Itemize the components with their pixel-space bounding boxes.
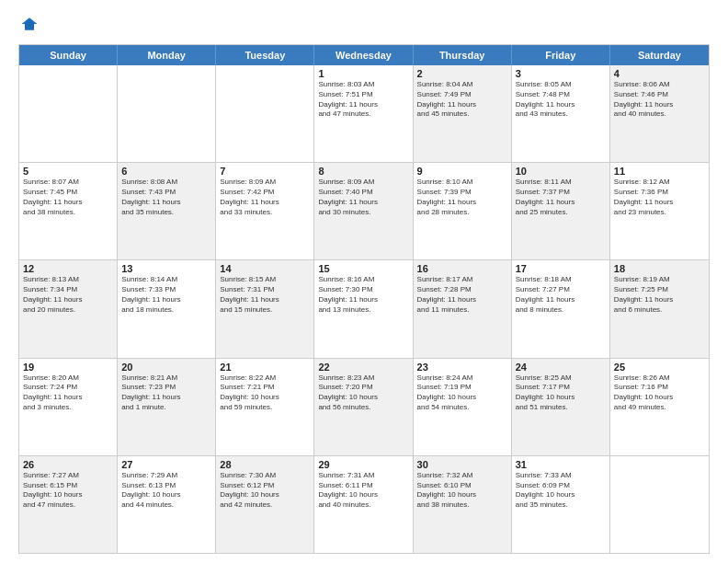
- day-number: 22: [318, 362, 408, 373]
- day-cell-31: 31Sunrise: 7:33 AM Sunset: 6:09 PM Dayli…: [512, 456, 610, 553]
- day-number: 3: [516, 68, 606, 79]
- day-info: Sunrise: 8:09 AM Sunset: 7:42 PM Dayligh…: [220, 178, 310, 217]
- empty-cell-r0c2: [216, 65, 314, 162]
- day-cell-14: 14Sunrise: 8:15 AM Sunset: 7:31 PM Dayli…: [216, 260, 314, 357]
- day-number: 1: [318, 68, 408, 79]
- logo-icon: [20, 15, 39, 33]
- calendar-row-0: 1Sunrise: 8:03 AM Sunset: 7:51 PM Daylig…: [19, 65, 709, 163]
- day-number: 25: [614, 362, 705, 373]
- day-number: 28: [220, 459, 310, 470]
- day-info: Sunrise: 8:21 AM Sunset: 7:23 PM Dayligh…: [121, 373, 211, 413]
- day-cell-12: 12Sunrise: 8:13 AM Sunset: 7:34 PM Dayli…: [19, 260, 118, 357]
- day-number: 4: [614, 68, 705, 79]
- day-cell-3: 3Sunrise: 8:05 AM Sunset: 7:48 PM Daylig…: [512, 65, 610, 162]
- day-cell-20: 20Sunrise: 8:21 AM Sunset: 7:23 PM Dayli…: [118, 359, 216, 455]
- day-cell-28: 28Sunrise: 7:30 AM Sunset: 6:12 PM Dayli…: [216, 456, 314, 553]
- day-number: 11: [614, 166, 705, 177]
- day-info: Sunrise: 8:16 AM Sunset: 7:30 PM Dayligh…: [318, 275, 408, 315]
- day-info: Sunrise: 8:10 AM Sunset: 7:39 PM Dayligh…: [417, 178, 507, 217]
- day-cell-2: 2Sunrise: 8:04 AM Sunset: 7:49 PM Daylig…: [414, 65, 512, 162]
- page: SundayMondayTuesdayWednesdayThursdayFrid…: [0, 0, 728, 563]
- day-info: Sunrise: 8:22 AM Sunset: 7:21 PM Dayligh…: [220, 373, 310, 413]
- day-cell-22: 22Sunrise: 8:23 AM Sunset: 7:20 PM Dayli…: [314, 359, 413, 455]
- logo: [18, 15, 39, 37]
- day-info: Sunrise: 8:05 AM Sunset: 7:48 PM Dayligh…: [516, 80, 606, 120]
- calendar-row-2: 12Sunrise: 8:13 AM Sunset: 7:34 PM Dayli…: [19, 260, 709, 358]
- day-number: 10: [516, 166, 606, 177]
- header-day-thursday: Thursday: [414, 45, 512, 65]
- day-info: Sunrise: 7:27 AM Sunset: 6:15 PM Dayligh…: [23, 471, 113, 511]
- header-day-wednesday: Wednesday: [314, 45, 413, 65]
- day-cell-21: 21Sunrise: 8:22 AM Sunset: 7:21 PM Dayli…: [216, 359, 314, 455]
- day-cell-24: 24Sunrise: 8:25 AM Sunset: 7:17 PM Dayli…: [512, 359, 610, 455]
- calendar-header: SundayMondayTuesdayWednesdayThursdayFrid…: [19, 45, 709, 65]
- day-info: Sunrise: 8:07 AM Sunset: 7:45 PM Dayligh…: [23, 178, 113, 217]
- day-info: Sunrise: 8:04 AM Sunset: 7:49 PM Dayligh…: [417, 80, 507, 120]
- day-cell-11: 11Sunrise: 8:12 AM Sunset: 7:36 PM Dayli…: [610, 163, 709, 259]
- calendar-row-3: 19Sunrise: 8:20 AM Sunset: 7:24 PM Dayli…: [19, 359, 709, 456]
- day-cell-5: 5Sunrise: 8:07 AM Sunset: 7:45 PM Daylig…: [19, 163, 118, 259]
- day-cell-29: 29Sunrise: 7:31 AM Sunset: 6:11 PM Dayli…: [314, 456, 413, 553]
- day-info: Sunrise: 8:20 AM Sunset: 7:24 PM Dayligh…: [23, 373, 113, 413]
- day-number: 5: [23, 166, 113, 177]
- day-info: Sunrise: 8:25 AM Sunset: 7:17 PM Dayligh…: [516, 373, 606, 413]
- day-cell-27: 27Sunrise: 7:29 AM Sunset: 6:13 PM Dayli…: [118, 456, 216, 553]
- header-day-sunday: Sunday: [19, 45, 118, 65]
- day-number: 21: [220, 362, 310, 373]
- day-info: Sunrise: 8:08 AM Sunset: 7:43 PM Dayligh…: [121, 178, 211, 217]
- day-info: Sunrise: 8:24 AM Sunset: 7:19 PM Dayligh…: [417, 373, 507, 413]
- calendar-body: 1Sunrise: 8:03 AM Sunset: 7:51 PM Daylig…: [19, 65, 709, 553]
- day-cell-9: 9Sunrise: 8:10 AM Sunset: 7:39 PM Daylig…: [414, 163, 512, 259]
- header-day-tuesday: Tuesday: [216, 45, 314, 65]
- calendar: SundayMondayTuesdayWednesdayThursdayFrid…: [18, 44, 710, 554]
- day-info: Sunrise: 8:23 AM Sunset: 7:20 PM Dayligh…: [318, 373, 408, 413]
- day-cell-4: 4Sunrise: 8:06 AM Sunset: 7:46 PM Daylig…: [610, 65, 709, 162]
- day-number: 30: [417, 459, 507, 470]
- day-number: 15: [318, 263, 408, 274]
- day-number: 29: [318, 459, 408, 470]
- calendar-row-1: 5Sunrise: 8:07 AM Sunset: 7:45 PM Daylig…: [19, 163, 709, 260]
- day-number: 2: [417, 68, 507, 79]
- day-cell-13: 13Sunrise: 8:14 AM Sunset: 7:33 PM Dayli…: [118, 260, 216, 357]
- day-number: 9: [417, 166, 507, 177]
- day-number: 19: [23, 362, 113, 373]
- day-cell-8: 8Sunrise: 8:09 AM Sunset: 7:40 PM Daylig…: [314, 163, 413, 259]
- empty-cell-r0c1: [118, 65, 216, 162]
- day-cell-1: 1Sunrise: 8:03 AM Sunset: 7:51 PM Daylig…: [314, 65, 413, 162]
- day-cell-25: 25Sunrise: 8:26 AM Sunset: 7:16 PM Dayli…: [610, 359, 709, 455]
- day-cell-16: 16Sunrise: 8:17 AM Sunset: 7:28 PM Dayli…: [414, 260, 512, 357]
- day-info: Sunrise: 8:13 AM Sunset: 7:34 PM Dayligh…: [23, 275, 113, 315]
- day-cell-18: 18Sunrise: 8:19 AM Sunset: 7:25 PM Dayli…: [610, 260, 709, 357]
- day-number: 26: [23, 459, 113, 470]
- day-number: 18: [614, 263, 705, 274]
- day-number: 20: [121, 362, 211, 373]
- day-info: Sunrise: 8:14 AM Sunset: 7:33 PM Dayligh…: [121, 275, 211, 315]
- day-info: Sunrise: 8:15 AM Sunset: 7:31 PM Dayligh…: [220, 275, 310, 315]
- day-info: Sunrise: 8:11 AM Sunset: 7:37 PM Dayligh…: [516, 178, 606, 217]
- day-cell-30: 30Sunrise: 7:32 AM Sunset: 6:10 PM Dayli…: [414, 456, 512, 553]
- day-info: Sunrise: 8:19 AM Sunset: 7:25 PM Dayligh…: [614, 275, 705, 315]
- day-info: Sunrise: 7:30 AM Sunset: 6:12 PM Dayligh…: [220, 471, 310, 511]
- day-cell-23: 23Sunrise: 8:24 AM Sunset: 7:19 PM Dayli…: [414, 359, 512, 455]
- day-number: 14: [220, 263, 310, 274]
- header-day-monday: Monday: [118, 45, 216, 65]
- calendar-row-4: 26Sunrise: 7:27 AM Sunset: 6:15 PM Dayli…: [19, 456, 709, 553]
- day-number: 6: [121, 166, 211, 177]
- day-number: 27: [121, 459, 211, 470]
- day-number: 31: [516, 459, 606, 470]
- day-number: 24: [516, 362, 606, 373]
- day-number: 23: [417, 362, 507, 373]
- day-number: 7: [220, 166, 310, 177]
- day-info: Sunrise: 7:31 AM Sunset: 6:11 PM Dayligh…: [318, 471, 408, 511]
- header: [18, 15, 710, 37]
- day-info: Sunrise: 8:09 AM Sunset: 7:40 PM Dayligh…: [318, 178, 408, 217]
- day-cell-10: 10Sunrise: 8:11 AM Sunset: 7:37 PM Dayli…: [512, 163, 610, 259]
- day-number: 13: [121, 263, 211, 274]
- header-day-friday: Friday: [512, 45, 610, 65]
- svg-marker-0: [22, 17, 38, 29]
- day-info: Sunrise: 8:26 AM Sunset: 7:16 PM Dayligh…: [614, 373, 705, 413]
- day-cell-6: 6Sunrise: 8:08 AM Sunset: 7:43 PM Daylig…: [118, 163, 216, 259]
- day-number: 12: [23, 263, 113, 274]
- day-cell-19: 19Sunrise: 8:20 AM Sunset: 7:24 PM Dayli…: [19, 359, 118, 455]
- header-day-saturday: Saturday: [610, 45, 709, 65]
